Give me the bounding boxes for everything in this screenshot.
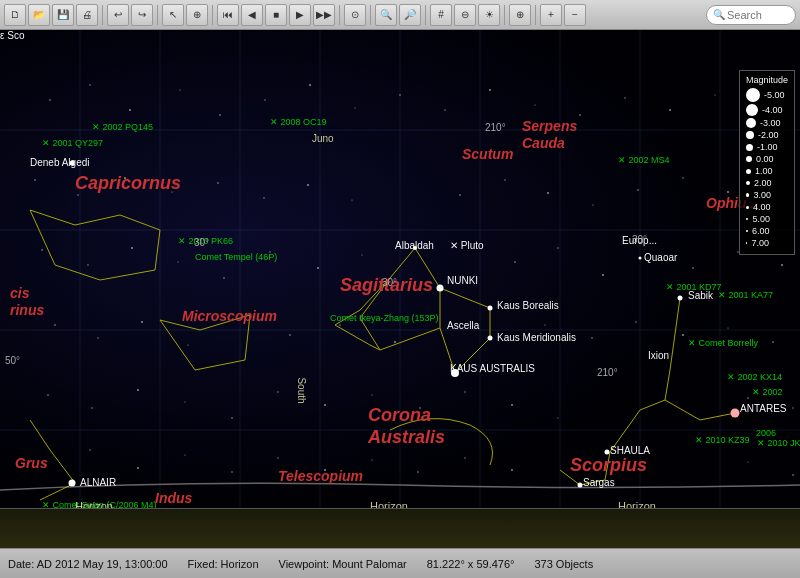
- open-button[interactable]: 📂: [28, 4, 50, 26]
- add-button[interactable]: +: [540, 4, 562, 26]
- svg-point-72: [217, 182, 219, 184]
- prev-fast-button[interactable]: ⏮: [217, 4, 239, 26]
- mag-label: -2.00: [758, 130, 779, 140]
- svg-line-35: [670, 298, 680, 370]
- search-box[interactable]: 🔍: [706, 5, 796, 25]
- svg-point-75: [351, 199, 352, 200]
- svg-point-138: [792, 474, 794, 476]
- svg-line-38: [120, 215, 160, 230]
- svg-line-22: [380, 328, 440, 350]
- svg-point-119: [371, 394, 372, 395]
- sep5: [370, 5, 371, 25]
- svg-point-140: [488, 306, 493, 311]
- recenter-button[interactable]: ⊙: [344, 4, 366, 26]
- svg-point-59: [399, 94, 401, 96]
- redo-button[interactable]: ↪: [131, 4, 153, 26]
- svg-point-78: [547, 192, 549, 194]
- svg-line-13: [440, 288, 490, 308]
- svg-point-99: [54, 324, 56, 326]
- mag-label: -4.00: [762, 105, 783, 115]
- svg-point-126: [44, 464, 46, 466]
- svg-point-142: [451, 369, 459, 377]
- svg-line-34: [665, 370, 670, 400]
- svg-point-89: [269, 251, 270, 252]
- prev-button[interactable]: ◀: [241, 4, 263, 26]
- save-button[interactable]: 💾: [52, 4, 74, 26]
- svg-point-129: [184, 454, 185, 455]
- horizon-strip: [0, 508, 800, 548]
- statusbar: Date: AD 2012 May 19, 13:00:00 Fixed: Ho…: [0, 548, 800, 578]
- track-button[interactable]: ⊕: [509, 4, 531, 26]
- svg-line-28: [665, 400, 700, 420]
- equator-button[interactable]: ⊖: [454, 4, 476, 26]
- svg-point-121: [464, 391, 465, 392]
- new-button[interactable]: 🗋: [4, 4, 26, 26]
- svg-line-39: [155, 230, 160, 270]
- zoom-button[interactable]: ⊕: [186, 4, 208, 26]
- svg-point-148: [578, 483, 583, 488]
- svg-point-55: [219, 114, 221, 116]
- search-input[interactable]: [727, 9, 792, 21]
- zoom-out-button[interactable]: 🔎: [399, 4, 421, 26]
- svg-point-113: [91, 407, 92, 408]
- mag-label: -5.00: [764, 90, 785, 100]
- sep2: [157, 5, 158, 25]
- svg-point-76: [459, 194, 461, 196]
- svg-point-66: [714, 94, 715, 95]
- svg-point-95: [647, 257, 648, 258]
- svg-point-134: [417, 471, 419, 473]
- svg-point-87: [177, 261, 178, 262]
- svg-point-79: [592, 204, 593, 205]
- svg-point-53: [129, 109, 131, 111]
- svg-point-98: [781, 264, 783, 266]
- print-button[interactable]: 🖨: [76, 4, 98, 26]
- svg-point-136: [511, 469, 513, 471]
- svg-line-33: [560, 470, 580, 485]
- next-button[interactable]: ▶▶: [313, 4, 335, 26]
- select-button[interactable]: ↖: [162, 4, 184, 26]
- zoom-in-button[interactable]: 🔍: [375, 4, 397, 26]
- svg-point-84: [41, 249, 43, 251]
- svg-line-41: [55, 265, 100, 280]
- sep4: [339, 5, 340, 25]
- svg-point-64: [624, 97, 625, 98]
- ecliptic-button[interactable]: ☀: [478, 4, 500, 26]
- mag-label: 4.00: [753, 202, 771, 212]
- status-fixed: Fixed: Horizon: [188, 558, 259, 570]
- svg-point-81: [682, 177, 683, 178]
- svg-point-116: [231, 417, 233, 419]
- svg-point-96: [692, 267, 694, 269]
- sep6: [425, 5, 426, 25]
- grid-button[interactable]: #: [430, 4, 452, 26]
- svg-point-143: [413, 246, 417, 250]
- svg-point-125: [792, 407, 793, 408]
- svg-point-108: [635, 321, 636, 322]
- mag-label: 2.00: [754, 178, 772, 188]
- stop-button[interactable]: ■: [265, 4, 287, 26]
- svg-line-24: [360, 278, 390, 310]
- mag-label: -3.00: [760, 118, 781, 128]
- svg-point-68: [34, 179, 36, 181]
- svg-point-123: [557, 417, 558, 418]
- svg-point-71: [171, 191, 172, 192]
- play-button[interactable]: ▶: [289, 4, 311, 26]
- magnitude-title: Magnitude: [746, 75, 788, 85]
- svg-point-150: [639, 257, 642, 260]
- svg-point-61: [489, 89, 491, 91]
- svg-point-111: [772, 341, 774, 343]
- svg-line-20: [360, 278, 390, 318]
- sep7: [504, 5, 505, 25]
- undo-button[interactable]: ↩: [107, 4, 129, 26]
- svg-point-65: [669, 109, 671, 111]
- svg-point-114: [137, 389, 139, 391]
- svg-line-49: [195, 360, 245, 370]
- star-map[interactable]: Sagittarius Capricornus Scorpius CoronaA…: [0, 30, 800, 548]
- remove-button[interactable]: −: [564, 4, 586, 26]
- svg-line-44: [30, 420, 50, 450]
- svg-point-130: [231, 471, 233, 473]
- svg-point-62: [534, 104, 535, 105]
- toolbar: 🗋 📂 💾 🖨 ↩ ↪ ↖ ⊕ ⏮ ◀ ■ ▶ ▶▶ ⊙ 🔍 🔎 # ⊖ ☀ ⊕…: [0, 0, 800, 30]
- svg-point-141: [488, 336, 493, 341]
- svg-line-36: [30, 210, 75, 225]
- svg-line-37: [75, 215, 120, 225]
